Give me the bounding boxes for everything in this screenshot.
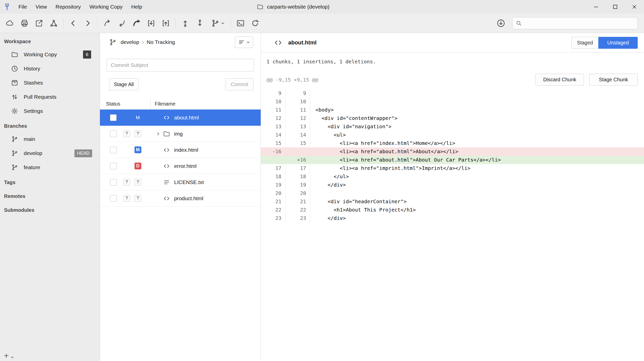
submodules-section-header[interactable]: Submodules — [0, 202, 100, 216]
window-title: carparts-website (develop) — [257, 0, 329, 14]
old-line-number: 14 — [261, 131, 285, 139]
menu-help[interactable]: Help — [127, 0, 146, 14]
stash-button[interactable] — [144, 16, 158, 31]
checkout-button[interactable] — [178, 16, 193, 31]
diff-summary: 1 chunks, 1 insertions, 1 deletions. — [261, 53, 644, 65]
fetch-button[interactable] — [100, 16, 115, 31]
toolbar-separator — [175, 18, 176, 29]
diff-header: about.html Staged Unstaged — [261, 33, 644, 53]
diff-line: 15 15 <li><a href="index.html">Home</a><… — [261, 139, 644, 147]
tab-staged[interactable]: Staged — [571, 37, 598, 49]
folder-icon — [11, 51, 19, 58]
sidebar-branch-develop[interactable]: develop HEAD — [0, 146, 100, 160]
new-line-number — [285, 147, 310, 156]
chevron-down-icon — [11, 356, 14, 359]
pull-button[interactable] — [115, 16, 129, 31]
stage-checkbox[interactable] — [110, 131, 117, 137]
close-button[interactable] — [625, 0, 644, 14]
file-row[interactable]: M index.html — [100, 142, 261, 158]
menu-view[interactable]: View — [31, 0, 51, 14]
forward-button[interactable] — [80, 16, 95, 31]
status-worktree-cell: ? — [132, 195, 143, 202]
terminal-button[interactable] — [233, 16, 248, 31]
print-button[interactable] — [17, 16, 32, 31]
file-row[interactable]: ? ? LICENSE.txt — [100, 174, 261, 190]
back-button[interactable] — [66, 16, 80, 31]
remotes-section-header[interactable]: Remotes — [0, 188, 100, 202]
expand-chevron-icon[interactable] — [154, 131, 162, 137]
minimize-button[interactable] — [586, 0, 606, 14]
search-input[interactable] — [525, 20, 634, 26]
file-row[interactable]: ? ? img — [100, 126, 261, 142]
file-type-icon — [163, 162, 171, 170]
menu-file[interactable]: File — [14, 0, 31, 14]
stage-all-button[interactable]: Stage All — [109, 78, 139, 90]
menu-bar: File View Repository Working Copy Help — [14, 0, 146, 14]
stage-checkbox[interactable] — [110, 179, 117, 186]
code-text: <li><a href="index.html">Home</a></li> — [310, 139, 644, 147]
tracking-status[interactable]: No Tracking — [147, 39, 175, 45]
sidebar-item-stashes[interactable]: Stashes — [0, 76, 100, 90]
new-line-number: 20 — [285, 189, 310, 197]
sidebar-branch-main[interactable]: main — [0, 132, 100, 146]
changes-count-badge: 6 — [83, 50, 91, 59]
head-badge: HEAD — [74, 149, 92, 157]
toolbar-separator — [231, 18, 231, 29]
file-row[interactable]: M about.html — [100, 110, 261, 126]
add-repository-button[interactable] — [3, 352, 14, 359]
branch-icon — [11, 164, 19, 171]
stage-checkbox[interactable] — [110, 147, 117, 153]
old-line-number: 20 — [261, 189, 285, 197]
sidebar-item-history[interactable]: History — [0, 62, 100, 76]
old-line-number: -16 — [261, 147, 285, 156]
chunk-header: @@ -9,15 +9,15 @@ — [266, 77, 318, 83]
code-file-icon — [274, 38, 283, 47]
branches-section-header[interactable]: Branches — [0, 118, 100, 132]
status-column-header[interactable]: Status — [100, 98, 151, 109]
cloud-button[interactable] — [3, 16, 17, 31]
open-external-button[interactable] — [32, 16, 46, 31]
stage-checkbox[interactable] — [110, 114, 117, 121]
new-line-number: 17 — [285, 164, 310, 172]
commit-subject-input[interactable] — [106, 59, 254, 71]
toolbar-separator — [97, 18, 98, 29]
cherry-pick-button[interactable] — [193, 16, 207, 31]
graph-button[interactable] — [46, 16, 61, 31]
commit-button[interactable]: Commit — [225, 78, 254, 90]
search-icon — [516, 20, 522, 27]
old-line-number: 21 — [261, 197, 285, 206]
menu-working-copy[interactable]: Working Copy — [85, 0, 127, 14]
push-button[interactable] — [129, 16, 144, 31]
refresh-button[interactable] — [248, 16, 262, 31]
stage-checkbox[interactable] — [110, 195, 117, 202]
diff-line: 22 22 <h1>About This Project</h1> — [261, 206, 644, 214]
sidebar-item-settings[interactable]: Settings — [0, 104, 100, 118]
file-row[interactable]: ? ? product.html — [100, 190, 261, 207]
sidebar-item-pull-requests[interactable]: Pull Requests — [0, 90, 100, 104]
commit-options-button[interactable] — [235, 36, 253, 48]
branch-menu-button[interactable] — [207, 16, 228, 31]
discard-chunk-button[interactable]: Discard Chunk — [535, 74, 584, 86]
menu-repository[interactable]: Repository — [51, 0, 85, 14]
current-branch[interactable]: develop — [121, 39, 139, 45]
diff-line: 23 23 </div> — [261, 214, 644, 222]
sidebar-branch-feature[interactable]: feature — [0, 160, 100, 174]
chevron-down-icon — [247, 41, 250, 44]
tags-section-header[interactable]: Tags — [0, 174, 100, 188]
old-line-number: 23 — [261, 214, 285, 222]
sidebar-item-working-copy[interactable]: Working Copy 6 — [0, 47, 100, 62]
branch-label: main — [24, 136, 35, 142]
stage-checkbox[interactable] — [110, 163, 117, 169]
new-line-number: 14 — [285, 131, 310, 139]
tab-unstaged[interactable]: Unstaged — [598, 37, 638, 49]
diff-line: 18 18 </ul> — [261, 172, 644, 181]
stage-chunk-button[interactable]: Stage Chunk — [589, 74, 638, 86]
filename-column-header[interactable]: Filename — [151, 98, 175, 109]
file-type-icon — [163, 146, 171, 154]
file-row[interactable]: D error.html — [100, 158, 261, 174]
diff-line: 14 14 <ul> — [261, 131, 644, 139]
maximize-button[interactable] — [606, 0, 625, 14]
workspace-section-header[interactable]: Workspace — [0, 34, 100, 47]
pop-stash-button[interactable] — [158, 16, 173, 31]
download-button[interactable] — [494, 16, 508, 31]
